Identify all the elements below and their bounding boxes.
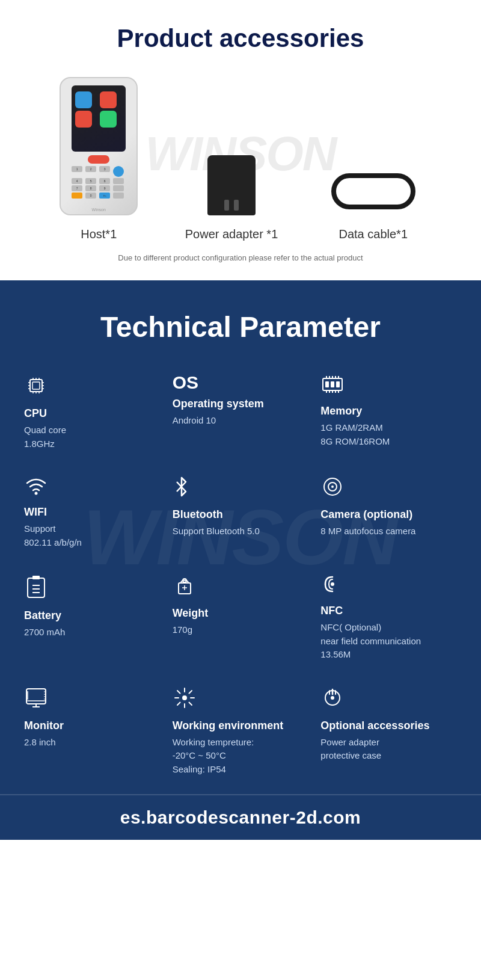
svg-line-56 — [189, 691, 192, 694]
battery-value: 2700 mAh — [24, 626, 161, 639]
monitor-icon — [24, 686, 161, 713]
memory-title: Memory — [320, 405, 457, 418]
bluetooth-icon — [173, 475, 309, 502]
accessory-host: 123 456 789 0Fn Winson Host*1 — [60, 77, 138, 241]
os-title: Operating system — [173, 398, 309, 410]
svg-rect-33 — [32, 576, 40, 579]
environment-title: Working environment — [173, 720, 309, 732]
svg-rect-27 — [336, 381, 340, 387]
cable-coil — [331, 173, 415, 209]
svg-point-62 — [331, 696, 334, 700]
spec-cpu: CPU Quad core1.8GHz — [24, 374, 161, 451]
accessories-section: Product accessories WINSON 123 — [0, 0, 481, 280]
svg-rect-32 — [28, 578, 44, 597]
power-optional-icon — [320, 686, 457, 713]
cpu-icon — [24, 374, 161, 401]
camera-value: 8 MP autofocus camera — [320, 525, 457, 538]
wifi-icon — [24, 475, 161, 500]
svg-point-41 — [331, 582, 334, 586]
optional-value: Power adapterprotective case — [320, 736, 457, 763]
environment-icon — [173, 686, 309, 713]
svg-point-31 — [331, 485, 334, 488]
optional-title: Optional accessories — [320, 720, 457, 732]
spec-wifi: WIFI Support802.11 a/b/g/n — [24, 475, 161, 549]
spec-memory: Memory 1G RAM/2RAM8G ROM/16ROM — [320, 374, 457, 451]
spec-bluetooth: Bluetooth Support Bluetooth 5.0 — [173, 475, 309, 549]
host-label: Host*1 — [81, 227, 117, 241]
nfc-icon — [320, 573, 457, 599]
technical-section: WINSON Technical Parameter — [0, 280, 481, 794]
camera-title: Camera (optional) — [320, 508, 457, 521]
wifi-value: Support802.11 a/b/g/n — [24, 522, 161, 549]
spec-nfc: NFC NFC( Optional)near field communicati… — [320, 573, 457, 662]
device-keypad: 123 456 789 0Fn — [72, 155, 126, 199]
tech-specs-grid: CPU Quad core1.8GHz OS Operating system … — [24, 374, 457, 776]
footer-url: es.barcodescanner-2d.com — [24, 807, 457, 828]
bluetooth-title: Bluetooth — [173, 508, 309, 521]
disclaimer-text: Due to different product configuration p… — [12, 253, 469, 262]
accessories-items: WINSON 123 456 7 — [12, 77, 469, 241]
environment-value: Working tempreture:-20°C ~ 50°CSealing: … — [173, 736, 309, 777]
svg-rect-42 — [26, 689, 46, 704]
cable-label: Data cable*1 — [339, 227, 408, 241]
spec-weight: Weight 170g — [173, 573, 309, 662]
weight-value: 170g — [173, 623, 309, 637]
battery-title: Battery — [24, 609, 161, 622]
monitor-value: 2.8 inch — [24, 736, 161, 750]
battery-icon — [24, 573, 161, 603]
accessory-cable: Data cable*1 — [325, 167, 421, 241]
svg-point-28 — [35, 492, 38, 495]
svg-line-57 — [177, 702, 180, 705]
spec-battery: Battery 2700 mAh — [24, 573, 161, 662]
adapter-image — [207, 155, 256, 215]
cpu-title: CPU — [24, 407, 161, 420]
memory-value: 1G RAM/2RAM8G ROM/16ROM — [320, 421, 457, 448]
cable-image — [325, 167, 421, 215]
memory-icon — [320, 374, 457, 399]
svg-line-55 — [189, 702, 192, 705]
os-value: Android 10 — [173, 414, 309, 428]
adapter-label: Power adapter *1 — [185, 227, 278, 241]
spec-camera: Camera (optional) 8 MP autofocus camera — [320, 475, 457, 549]
weight-icon — [173, 573, 309, 601]
monitor-title: Monitor — [24, 720, 161, 732]
scan-button-visual — [88, 155, 109, 164]
os-icon: OS — [173, 374, 309, 392]
spec-environment: Working environment Working tempreture:-… — [173, 686, 309, 777]
bluetooth-value: Support Bluetooth 5.0 — [173, 525, 309, 538]
cpu-value: Quad core1.8GHz — [24, 424, 161, 451]
svg-point-49 — [182, 695, 187, 700]
footer: es.barcodescanner-2d.com — [0, 794, 481, 840]
camera-icon — [320, 475, 457, 502]
svg-line-54 — [177, 691, 180, 694]
nfc-title: NFC — [320, 605, 457, 617]
adapter-prongs — [224, 200, 239, 211]
spec-os: OS Operating system Android 10 — [173, 374, 309, 451]
accessories-title: Product accessories — [12, 24, 469, 53]
svg-rect-25 — [325, 381, 329, 387]
svg-rect-1 — [32, 382, 40, 389]
weight-title: Weight — [173, 607, 309, 620]
wifi-title: WIFI — [24, 506, 161, 519]
tech-title: Technical Parameter — [24, 310, 457, 344]
accessory-adapter: Power adapter *1 — [185, 155, 278, 241]
spec-optional: Optional accessories Power adapterprotec… — [320, 686, 457, 777]
host-device-image: 123 456 789 0Fn Winson — [60, 77, 138, 215]
device-screen — [72, 85, 126, 152]
nfc-value: NFC( Optional)near field communication13… — [320, 621, 457, 662]
spec-monitor: Monitor 2.8 inch — [24, 686, 161, 777]
svg-rect-26 — [331, 381, 334, 387]
svg-rect-0 — [30, 380, 42, 392]
